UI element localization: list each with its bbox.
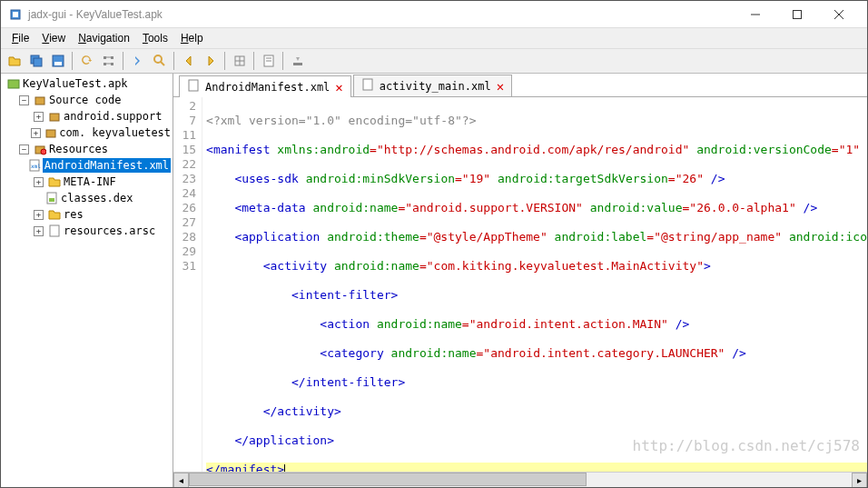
svg-rect-24	[293, 63, 302, 65]
svg-rect-10	[104, 56, 106, 59]
code-editor[interactable]: 2 7 11 15 22 23 24 26 27 28 29 31 <?xml …	[173, 97, 867, 472]
svg-rect-37	[363, 79, 372, 90]
line-number: 15	[173, 143, 196, 157]
file-tree[interactable]: KeyValueTest.apk − Source code + android…	[1, 74, 173, 487]
code-line: <action android:name="android.intent.act…	[206, 317, 867, 332]
tree-android-support[interactable]: + android.support	[3, 108, 171, 124]
tab-activity-main[interactable]: activity_main.xml ✕	[353, 75, 512, 96]
preferences-button[interactable]	[288, 51, 308, 71]
tree-label: classes.dex	[61, 191, 133, 205]
maximize-button[interactable]	[776, 1, 818, 28]
expand-icon[interactable]: +	[34, 226, 44, 236]
tree-classes-dex[interactable]: classes.dex	[3, 190, 171, 206]
toolbar-separator	[224, 52, 226, 70]
code-line: <manifest xmlns:android="http://schemas.…	[206, 143, 867, 157]
tree-resources[interactable]: − Resources	[3, 141, 171, 157]
code-line: <meta-data android:name="android.support…	[206, 201, 867, 215]
scroll-thumb[interactable]	[189, 473, 587, 486]
svg-text:xml: xml	[31, 163, 41, 169]
tree-label: KeyValueTest.apk	[23, 76, 128, 91]
apk-icon	[6, 76, 21, 91]
code-line: <application android:theme="@style/AppTh…	[206, 230, 867, 244]
toolbar-separator	[123, 52, 124, 70]
expand-icon[interactable]: +	[34, 177, 44, 187]
save-all-button[interactable]	[26, 51, 46, 71]
horizontal-scrollbar[interactable]: ◂ ▸	[173, 472, 867, 487]
tree-label: res	[64, 207, 84, 222]
xml-file-icon	[361, 78, 374, 94]
svg-rect-35	[50, 225, 59, 236]
menu-view[interactable]: View	[36, 30, 71, 46]
line-number: 2	[173, 99, 196, 114]
tree-res[interactable]: + res	[3, 206, 171, 223]
svg-rect-7	[34, 58, 42, 66]
scroll-left-button[interactable]: ◂	[173, 473, 189, 488]
flatten-button[interactable]	[99, 51, 119, 71]
code-area[interactable]: <?xml version="1.0" encoding="utf-8"?> <…	[202, 97, 867, 472]
line-gutter: 2 7 11 15 22 23 24 26 27 28 29 31	[173, 97, 202, 472]
editor-tabs: AndroidManifest.xml ✕ activity_main.xml …	[173, 74, 867, 97]
code-line: <activity android:name="com.kitking.keyv…	[206, 259, 867, 274]
back-button[interactable]	[179, 51, 199, 71]
tree-source-code[interactable]: − Source code	[3, 92, 171, 108]
code-line: <?xml version="1.0" encoding="utf-8"?>	[206, 114, 867, 128]
sync-button[interactable]	[77, 51, 97, 71]
xml-file-icon: xml	[28, 158, 41, 173]
editor-panel: AndroidManifest.xml ✕ activity_main.xml …	[173, 74, 867, 487]
tab-manifest[interactable]: AndroidManifest.xml ✕	[179, 75, 351, 97]
code-line-current: </manifest>	[206, 463, 867, 472]
close-button[interactable]	[818, 1, 860, 28]
log-button[interactable]	[259, 51, 279, 71]
tab-label: AndroidManifest.xml	[205, 81, 330, 94]
tree-resources-arsc[interactable]: + resources.arsc	[3, 223, 171, 239]
code-line: </activity>	[206, 404, 867, 419]
collapse-icon[interactable]: −	[19, 144, 29, 154]
svg-rect-28	[46, 130, 55, 137]
toolbar-separator	[282, 52, 284, 70]
expand-icon[interactable]: +	[34, 210, 44, 220]
line-number: 28	[173, 230, 196, 244]
text-search-button[interactable]	[128, 51, 148, 71]
open-file-button[interactable]	[5, 51, 25, 71]
deobfuscate-button[interactable]	[230, 51, 250, 71]
class-search-button[interactable]	[150, 51, 170, 71]
tree-com-keyvaluetest[interactable]: + com. keyvaluetest	[3, 124, 171, 141]
menu-file[interactable]: File	[6, 30, 35, 46]
expand-icon[interactable]: +	[31, 128, 40, 138]
svg-point-16	[154, 55, 162, 63]
text-cursor	[284, 464, 285, 473]
tab-close-button[interactable]: ✕	[497, 79, 504, 94]
toolbar-separator	[72, 52, 74, 70]
tree-label: META-INF	[64, 174, 116, 189]
menu-help[interactable]: Help	[175, 30, 209, 46]
xml-file-icon	[187, 79, 200, 95]
tree-metainf[interactable]: + META-INF	[3, 174, 171, 190]
code-line: </intent-filter>	[206, 375, 867, 390]
tab-label: activity_main.xml	[380, 80, 491, 93]
svg-rect-12	[111, 56, 113, 59]
expand-icon[interactable]: +	[34, 112, 44, 122]
tree-label: com. keyvaluetest	[59, 125, 171, 140]
code-line: </application>	[206, 433, 867, 448]
svg-rect-9	[54, 62, 62, 65]
window-title: jadx-gui - KeyValueTest.apk	[28, 8, 735, 21]
svg-rect-1	[13, 12, 18, 17]
line-number: 27	[173, 215, 196, 230]
minimize-button[interactable]	[735, 1, 776, 28]
svg-rect-36	[189, 80, 198, 91]
tree-label: AndroidManifest.xml	[43, 158, 171, 173]
menu-navigation[interactable]: Navigation	[73, 30, 135, 46]
collapse-icon[interactable]: −	[19, 95, 29, 105]
tree-root[interactable]: KeyValueTest.apk	[3, 75, 171, 92]
save-button[interactable]	[48, 51, 68, 71]
scroll-right-button[interactable]: ▸	[852, 473, 867, 488]
svg-rect-26	[35, 97, 44, 105]
svg-line-17	[161, 62, 164, 65]
menu-tools[interactable]: Tools	[137, 30, 173, 46]
scroll-track[interactable]	[189, 473, 852, 488]
line-number: 22	[173, 157, 196, 172]
tree-label: android.support	[64, 109, 162, 124]
tab-close-button[interactable]: ✕	[335, 80, 342, 95]
forward-button[interactable]	[201, 51, 221, 71]
tree-manifest[interactable]: xml AndroidManifest.xml	[3, 157, 171, 174]
